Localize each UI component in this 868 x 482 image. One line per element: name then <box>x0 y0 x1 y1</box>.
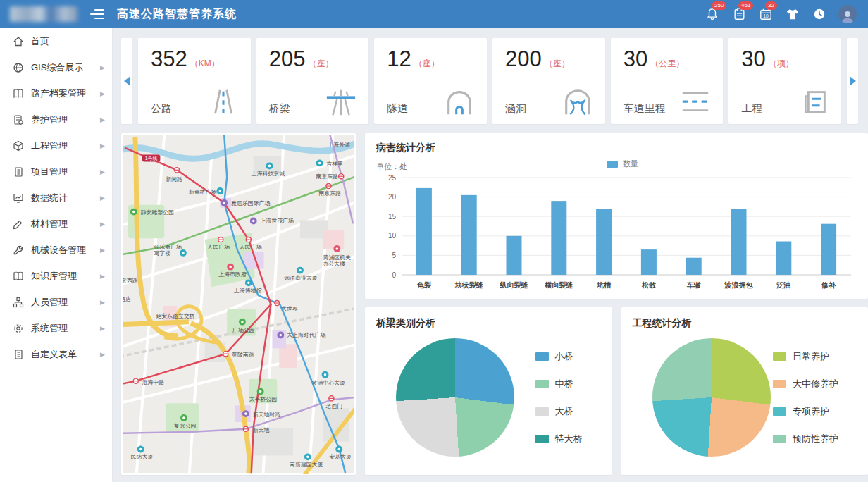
stats-icon <box>13 192 24 204</box>
svg-text:大上海时代广场: 大上海时代广场 <box>287 332 326 338</box>
theme-shirt-icon[interactable] <box>785 6 800 22</box>
chevron-right-icon <box>850 76 856 86</box>
sidebar-item-knowledge[interactable]: 知识库管理▶ <box>0 263 112 289</box>
page-title: 高速公路智慧管养系统 <box>117 7 237 22</box>
sidebar-item-home[interactable]: 首页 <box>0 28 112 54</box>
sidebar-item-project[interactable]: 项目管理▶ <box>0 159 112 185</box>
sidebar-item-material[interactable]: 材料管理▶ <box>0 211 112 237</box>
svg-text:南京东路: 南京东路 <box>316 173 339 180</box>
stat-label: 车道里程 <box>624 102 666 117</box>
sidebar-item-equipment[interactable]: 机械设备管理▶ <box>0 237 112 263</box>
legend-item[interactable]: 大中修养护 <box>773 378 838 390</box>
svg-text:修补: 修补 <box>821 281 836 289</box>
svg-text:广场公园: 广场公园 <box>232 327 255 333</box>
stat-value-row: 205（座） <box>269 47 358 72</box>
stat-label: 桥梁 <box>269 102 290 117</box>
sidebar-item-label: 项目管理 <box>31 166 100 178</box>
sidebar-item-stats[interactable]: 数据统计▶ <box>0 185 112 211</box>
app-header: 高速公路智慧管养系统 250 461 10 32 <box>0 0 868 28</box>
stat-value: 205 <box>269 47 306 71</box>
sidebar-item-form[interactable]: 自定义表单▶ <box>0 341 112 367</box>
project-stats-panel: 工程统计分析 日常养护大中修养护专项养护预防性养护 <box>621 307 868 475</box>
pie2-title: 工程统计分析 <box>633 317 857 330</box>
stat-value: 30 <box>624 47 647 71</box>
stat-card-road[interactable]: 352（KM）公路 <box>138 38 251 124</box>
legend-item[interactable]: 小桥 <box>535 350 583 363</box>
form-icon <box>13 349 24 360</box>
svg-text:1号线: 1号线 <box>145 156 158 161</box>
legend-item[interactable]: 特大桥 <box>535 433 583 445</box>
svg-text:上海科技京城: 上海科技京城 <box>251 171 285 177</box>
legend-label: 数量 <box>623 159 638 169</box>
chevron-right-icon: ▶ <box>100 221 105 228</box>
legend-label: 专项养护 <box>793 405 829 418</box>
stat-card-engineering-doc[interactable]: 30（项）工程 <box>728 38 841 124</box>
legend-swatch <box>535 380 549 388</box>
svg-text:雅居乐国际广场: 雅居乐国际广场 <box>231 200 270 206</box>
maintenance-icon <box>13 114 24 125</box>
user-avatar[interactable] <box>838 5 857 23</box>
bridge-category-panel: 桥梁类别分析 小桥中桥大桥特大桥 <box>365 307 612 475</box>
map-panel[interactable]: 上海外滩新闸路上海科技京城吉祥里南京东路南京东路新金桥广场雅居乐国际广场静安雕塑… <box>121 133 356 475</box>
legend-swatch <box>607 161 618 168</box>
city-map[interactable]: 上海外滩新闸路上海科技京城吉祥里南京东路南京东路新金桥广场雅居乐国际广场静安雕塑… <box>123 135 354 474</box>
svg-text:新天地时尚: 新天地时尚 <box>253 412 280 418</box>
legend-swatch <box>535 435 549 443</box>
stat-card-bridge[interactable]: 205（座）桥梁 <box>256 38 369 124</box>
sidebar-item-gis[interactable]: GIS综合展示▶ <box>0 54 112 80</box>
equipment-icon <box>13 245 24 256</box>
sidebar-collapse-icon[interactable] <box>90 8 104 20</box>
svg-text:民防大厦: 民防大厦 <box>131 454 154 460</box>
bridge-pie-chart[interactable] <box>396 338 514 457</box>
stat-label: 隧道 <box>387 102 408 117</box>
task-clipboard-icon[interactable]: 461 <box>731 6 747 22</box>
svg-text:25: 25 <box>388 174 397 182</box>
sidebar-item-personnel[interactable]: 人员管理▶ <box>0 289 112 315</box>
sidebar-item-maintenance[interactable]: 养护管理▶ <box>0 106 112 132</box>
sidebar-item-system[interactable]: 系统管理▶ <box>0 315 112 341</box>
svg-text:复兴公园: 复兴公园 <box>174 423 197 429</box>
bar-chart[interactable]: 0510152025龟裂块状裂缝纵向裂缝横向裂缝坑槽松散车辙波浪拥包泛油修补 <box>376 172 857 293</box>
project-pie-legend: 日常养护大中修养护专项养护预防性养护 <box>773 350 838 445</box>
bar-chart-legend[interactable]: 数量 <box>607 159 638 169</box>
sidebar-item-label: 养护管理 <box>31 113 100 126</box>
sidebar-item-label: 自定义表单 <box>31 348 100 361</box>
svg-text:纵向裂缝: 纵向裂缝 <box>500 281 528 289</box>
bridge-icon <box>325 87 357 117</box>
sidebar-nav: 首页GIS综合展示▶路产档案管理▶养护管理▶工程管理▶项目管理▶数据统计▶材料管… <box>0 28 113 482</box>
sidebar-item-engineering[interactable]: 工程管理▶ <box>0 132 112 159</box>
project-pie-chart[interactable] <box>652 338 771 457</box>
chevron-right-icon: ▶ <box>100 142 105 149</box>
stat-card-culvert[interactable]: 200（座）涵洞 <box>492 38 605 124</box>
legend-swatch <box>773 380 786 388</box>
stat-card-lane[interactable]: 30（公里）车道里程 <box>611 38 724 124</box>
engineering-icon <box>13 140 24 152</box>
legend-label: 特大桥 <box>555 433 583 445</box>
legend-label: 大桥 <box>555 405 574 418</box>
stat-value: 30 <box>741 47 765 71</box>
road-icon <box>207 87 240 117</box>
legend-item[interactable]: 预防性养护 <box>773 433 838 445</box>
carousel-prev-button[interactable] <box>121 38 132 124</box>
bridge-pie-legend: 小桥中桥大桥特大桥 <box>535 350 583 445</box>
notification-bell-icon[interactable]: 250 <box>705 6 720 22</box>
svg-text:上海博物馆: 上海博物馆 <box>233 288 262 294</box>
svg-text:15: 15 <box>388 213 397 221</box>
svg-text:泛油: 泛油 <box>776 281 790 289</box>
stat-value-row: 30（项） <box>741 47 830 72</box>
clock-icon[interactable] <box>812 6 827 22</box>
sidebar-item-archive[interactable]: 路产档案管理▶ <box>0 80 112 106</box>
carousel-next-button[interactable] <box>847 38 858 124</box>
sidebar-item-label: 人员管理 <box>31 296 100 309</box>
legend-item[interactable]: 日常养护 <box>773 350 838 363</box>
legend-item[interactable]: 专项养护 <box>773 405 838 418</box>
calendar-icon[interactable]: 10 32 <box>758 6 774 22</box>
legend-item[interactable]: 中桥 <box>535 378 583 390</box>
svg-text:南京东路: 南京东路 <box>318 190 342 197</box>
stat-card-tunnel[interactable]: 12（座）隧道 <box>374 38 487 124</box>
legend-item[interactable]: 大桥 <box>535 405 583 418</box>
svg-text:新闸路: 新闸路 <box>166 176 182 183</box>
task-badge: 461 <box>738 1 753 10</box>
svg-text:横向裂缝: 横向裂缝 <box>544 281 573 289</box>
chevron-left-icon <box>124 76 130 86</box>
